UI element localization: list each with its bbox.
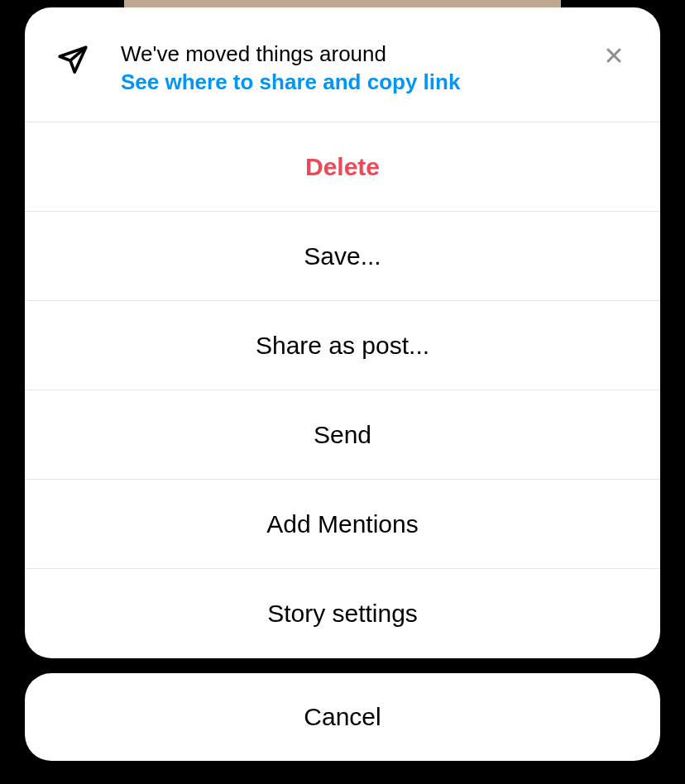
close-button[interactable]	[599, 41, 629, 70]
close-icon	[604, 45, 624, 65]
add-mentions-option[interactable]: Add Mentions	[25, 480, 660, 569]
share-icon	[56, 44, 89, 77]
save-option-label: Save...	[304, 242, 381, 270]
delete-option[interactable]: Delete	[25, 122, 660, 212]
send-option[interactable]: Send	[25, 390, 660, 480]
send-option-label: Send	[314, 421, 371, 449]
sheet-header-link[interactable]: See where to share and copy link	[121, 69, 629, 97]
cancel-button[interactable]: Cancel	[25, 673, 660, 761]
save-option[interactable]: Save...	[25, 212, 660, 301]
action-sheet: We've moved things around See where to s…	[25, 7, 660, 658]
story-settings-option-label: Story settings	[267, 600, 418, 628]
share-as-post-option-label: Share as post...	[256, 332, 429, 360]
sheet-header-text: We've moved things around See where to s…	[121, 41, 629, 97]
sheet-header-title: We've moved things around	[121, 41, 629, 68]
share-as-post-option[interactable]: Share as post...	[25, 301, 660, 390]
story-settings-option[interactable]: Story settings	[25, 569, 660, 658]
add-mentions-option-label: Add Mentions	[266, 510, 418, 538]
cancel-button-label: Cancel	[304, 703, 381, 731]
delete-option-label: Delete	[305, 153, 380, 181]
action-sheet-container: We've moved things around See where to s…	[25, 7, 660, 761]
sheet-header: We've moved things around See where to s…	[25, 7, 660, 122]
